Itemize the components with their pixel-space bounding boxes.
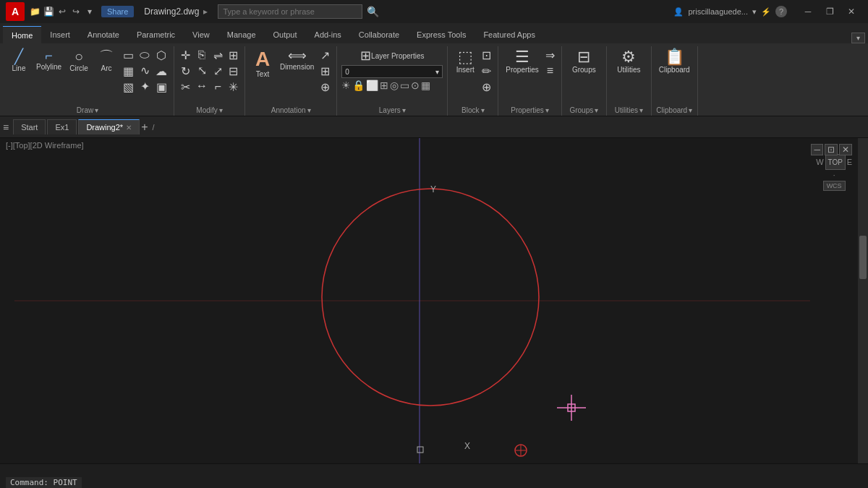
restore-button[interactable]: ❐ [819,0,841,23]
utilities-button[interactable]: ⚙ Utilities [614,48,643,75]
annotation-dropdown[interactable]: ▾ [307,106,311,114]
undo-icon[interactable]: ↩ [56,6,68,17]
insert-button[interactable]: ⬚ Insert [452,48,478,75]
properties-dropdown[interactable]: ▾ [545,106,549,114]
layer-icon-5[interactable]: ◎ [390,80,399,91]
layer-icon-8[interactable]: ▦ [421,80,430,91]
ellipse-button[interactable]: ⬭ [137,48,152,62]
groups-dropdown[interactable]: ▾ [595,106,598,114]
def-attrib-button[interactable]: ⊕ [480,80,493,95]
tab-start[interactable]: Start [13,119,46,134]
file-chevron[interactable]: ▸ [203,7,208,17]
vertical-scrollbar[interactable] [858,138,868,463]
create-block-button[interactable]: ⊡ [480,48,493,63]
search-icon[interactable]: 🔍 [367,6,379,17]
block-editor-button[interactable]: ✏ [480,64,493,79]
tab-ex1[interactable]: Ex1 [47,119,77,134]
array-button[interactable]: ⊞ [226,48,240,63]
search-input[interactable] [218,4,362,19]
groups-button[interactable]: ⊟ Groups [569,48,599,75]
table-button[interactable]: ⊞ [318,64,332,79]
close-button[interactable]: ✕ [841,0,862,23]
arc-button[interactable]: ⌒ Arc [93,48,119,74]
scrollbar-thumb[interactable] [859,236,867,279]
tab-drawing2[interactable]: Drawing2* ✕ [78,119,140,134]
redo-icon[interactable]: ↪ [70,6,82,17]
xline-button[interactable]: ✦ [137,79,152,94]
layer-icon-1[interactable]: ☀ [341,80,351,91]
offset-button[interactable]: ⊟ [226,64,240,79]
gradient-button[interactable]: ▧ [121,80,136,95]
layer-dropdown-arrow[interactable]: ▾ [435,68,439,76]
tab-insert[interactable]: Insert [41,26,79,43]
leader-button[interactable]: ↗ [318,48,332,63]
properties-button[interactable]: ☰ Properties [503,48,542,75]
file-icon[interactable]: 📁 [29,6,41,17]
explode-button[interactable]: ✳ [226,80,240,95]
share-button[interactable]: Share [101,6,134,17]
layer-icon-2[interactable]: 🔒 [352,80,365,91]
move-button[interactable]: ✛ [179,48,192,63]
polyline-button[interactable]: ⌐ Polyline [33,48,64,72]
tab-output[interactable]: Output [265,26,306,43]
layer-icon-6[interactable]: ▭ [400,80,409,91]
mirror-button[interactable]: ⇌ [211,48,225,63]
viewport-maximize-button[interactable]: ⊡ [825,144,838,155]
tab-close-button[interactable]: ✕ [126,124,132,132]
wipeout-button[interactable]: ▣ [153,80,169,95]
nav-w[interactable]: W [816,158,823,166]
tab-addins[interactable]: Add-ins [306,26,350,43]
spline-button[interactable]: ∿ [137,63,152,78]
nav-e[interactable]: E [847,158,852,166]
tab-featured[interactable]: Featured Apps [475,26,544,43]
tab-home[interactable]: Home [3,26,41,43]
nav-dot[interactable]: · [833,171,835,179]
fillet-button[interactable]: ⌐ [211,80,225,94]
tab-add-button[interactable]: + [141,121,148,134]
user-dropdown[interactable]: ▾ [752,7,757,17]
circle-button[interactable]: ○ Circle [66,48,92,74]
line-button[interactable]: ╱ Line [6,48,32,74]
layer-icon-3[interactable]: ⬜ [366,80,378,91]
user-name[interactable]: priscillaaguede... [688,7,748,16]
layer-icon-4[interactable]: ⊞ [380,80,388,91]
layers-dropdown[interactable]: ▾ [402,106,406,114]
save-icon[interactable]: 💾 [43,6,54,17]
clipboard-dropdown[interactable]: ▾ [689,106,692,114]
rotate-button[interactable]: ↻ [179,64,192,79]
rect-button[interactable]: ▭ [121,48,136,63]
tab-manage[interactable]: Manage [218,26,265,43]
wcs-label[interactable]: WCS [823,181,846,191]
tab-parametric[interactable]: Parametric [128,26,184,43]
copy-button[interactable]: ⎘ [194,48,210,62]
layer-icon-7[interactable]: ⊙ [411,80,420,91]
block-dropdown[interactable]: ▾ [481,106,485,114]
viewport[interactable]: [-][Top][2D Wireframe] Y X [0,138,868,463]
tab-view[interactable]: View [184,26,218,43]
region-button[interactable]: ⬡ [153,48,169,63]
match-button[interactable]: ⇒ [543,48,557,63]
extend-button[interactable]: ↔ [194,79,210,93]
workspace-dropdown[interactable]: ▾ [851,33,865,43]
draw-dropdown[interactable]: ▾ [95,106,98,114]
utilities-dropdown[interactable]: ▾ [639,106,643,114]
scale-button[interactable]: ⤡ [194,63,210,78]
viewport-close-button[interactable]: ✕ [839,144,852,155]
hatch-button[interactable]: ▦ [121,64,136,79]
dimension-button[interactable]: ⟺ Dimension [277,48,317,72]
trim-button[interactable]: ✂ [179,80,192,95]
viewport-minimize-button[interactable]: ─ [811,144,823,155]
layer-properties-button[interactable]: ⊞ Layer Properties [341,48,443,64]
clipboard-button[interactable]: 📋 Clipboard [656,48,693,75]
tab-express[interactable]: Express Tools [408,26,475,43]
minimize-button[interactable]: ─ [797,0,819,23]
cloud-button[interactable]: ☁ [153,64,169,79]
tab-hamburger[interactable]: ≡ [3,121,9,133]
more-icon[interactable]: ▾ [84,6,95,17]
text-button[interactable]: A Text [250,48,276,80]
mark-button[interactable]: ⊕ [318,80,332,95]
stretch-button[interactable]: ⤢ [211,64,225,79]
tab-collaborate[interactable]: Collaborate [350,26,408,43]
list-button[interactable]: ≡ [543,64,557,78]
tab-annotate[interactable]: Annotate [79,26,128,43]
